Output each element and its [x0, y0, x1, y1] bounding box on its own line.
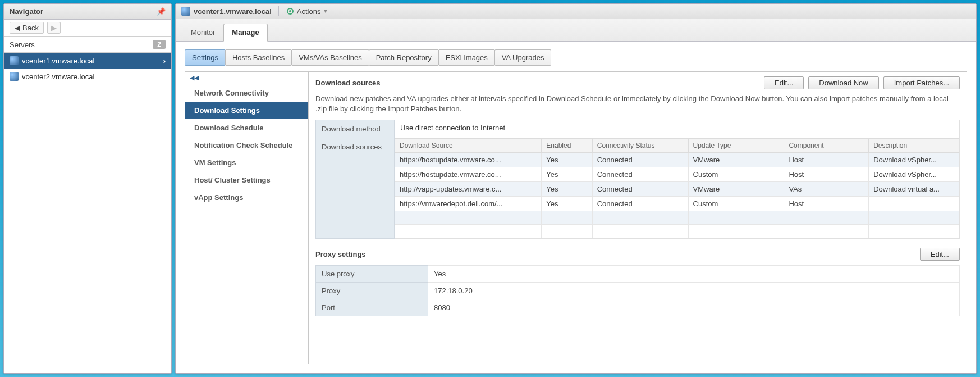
grid-row[interactable]: http://vapp-updates.vmware.c... Yes Conn… — [395, 182, 959, 197]
sidebar-item-network-connectivity[interactable]: Network Connectivity — [185, 84, 308, 102]
actions-menu[interactable]: Actions ▼ — [286, 7, 328, 16]
navigator-item-vcenter1[interactable]: vcenter1.vmware.local › — [4, 53, 171, 69]
cell-component: Host — [784, 197, 869, 211]
cell-source: http://vapp-updates.vmware.c... — [395, 182, 542, 197]
cell-enabled: Yes — [542, 153, 592, 167]
pin-icon[interactable]: 📌 — [157, 7, 166, 16]
main-panel: vcenter1.vmware.local Actions ▼ Monitor … — [175, 3, 977, 374]
proxy-table: Use proxy Yes Proxy 172.18.0.20 Port 808… — [315, 265, 960, 316]
cell-update-type: Custom — [688, 167, 784, 182]
main-header: vcenter1.vmware.local Actions ▼ — [176, 4, 976, 19]
sidebar-collapse-icon[interactable]: ◀◀ — [185, 72, 308, 84]
subtab-vms-vas-baselines[interactable]: VMs/VAs Baselines — [291, 49, 369, 66]
cell-component: Host — [784, 153, 869, 167]
cell-source: https://vmwaredepot.dell.com/... — [395, 197, 542, 211]
col-enabled[interactable]: Enabled — [542, 139, 592, 153]
cell-description — [869, 197, 959, 211]
port-value: 8080 — [428, 299, 960, 316]
grid-row[interactable]: https://hostupdate.vmware.co... Yes Conn… — [395, 153, 959, 167]
cell-description: Download vSpher... — [869, 153, 959, 167]
navigator-item-label: vcenter2.vmware.local — [22, 72, 94, 81]
cell-enabled: Yes — [542, 197, 592, 211]
subtab-settings[interactable]: Settings — [185, 49, 226, 66]
context-title-text: vcenter1.vmware.local — [194, 7, 272, 16]
subtab-va-upgrades[interactable]: VA Upgrades — [494, 49, 552, 66]
cell-connectivity: Connected — [592, 167, 688, 182]
cell-update-type: Custom — [688, 197, 784, 211]
cell-component: Host — [784, 167, 869, 182]
sidebar-item-host-cluster-settings[interactable]: Host/ Cluster Settings — [185, 171, 308, 189]
sidebar-item-vm-settings[interactable]: VM Settings — [185, 154, 308, 171]
navigator-servers-row[interactable]: Servers 2 — [4, 37, 171, 53]
proxy-settings-title: Proxy settings — [315, 250, 366, 258]
edit-download-sources-button[interactable]: Edit... — [764, 76, 804, 89]
sidebar-item-download-schedule[interactable]: Download Schedule — [185, 119, 308, 137]
use-proxy-label: Use proxy — [316, 266, 428, 283]
use-proxy-value: Yes — [428, 266, 960, 283]
forward-button[interactable]: ▶ — [47, 22, 61, 34]
grid-row[interactable]: https://vmwaredepot.dell.com/... Yes Con… — [395, 197, 959, 211]
cell-description: Download vSpher... — [869, 167, 959, 182]
col-description[interactable]: Description — [869, 139, 959, 153]
download-info-table: Download method Use direct connection to… — [315, 120, 960, 239]
cell-connectivity: Connected — [592, 182, 688, 197]
edit-proxy-button[interactable]: Edit... — [920, 248, 960, 261]
subtab-patch-repository[interactable]: Patch Repository — [369, 49, 439, 66]
download-sources-title: Download sources — [315, 79, 381, 87]
cell-update-type: VMware — [688, 182, 784, 197]
navigator-history-row: ◀ Back ▶ — [4, 20, 171, 37]
server-icon — [181, 7, 190, 16]
port-label: Port — [316, 299, 428, 316]
sidebar-item-download-settings[interactable]: Download Settings — [185, 102, 308, 119]
context-title: vcenter1.vmware.local — [181, 7, 272, 16]
col-update-type[interactable]: Update Type — [688, 139, 784, 153]
grid-header-row: Download Source Enabled Connectivity Sta… — [395, 139, 959, 153]
navigator-item-label: vcenter1.vmware.local — [22, 57, 94, 65]
proxy-value: 172.18.0.20 — [428, 283, 960, 299]
cell-enabled: Yes — [542, 167, 592, 182]
download-sources-grid: Download Source Enabled Connectivity Sta… — [395, 138, 959, 238]
server-icon — [10, 56, 19, 65]
navigator-list: vcenter1.vmware.local › vcenter2.vmware.… — [4, 53, 171, 373]
grid-row-empty — [395, 225, 959, 238]
svg-point-1 — [289, 10, 291, 12]
proxy-label: Proxy — [316, 283, 428, 299]
back-button[interactable]: ◀ Back — [10, 22, 44, 34]
chevron-right-icon: › — [163, 57, 166, 65]
col-component[interactable]: Component — [784, 139, 869, 153]
sidebar-item-vapp-settings[interactable]: vApp Settings — [185, 189, 308, 206]
sub-tabs: Settings Hosts Baselines VMs/VAs Baselin… — [176, 42, 976, 71]
navigator-item-vcenter2[interactable]: vcenter2.vmware.local — [4, 69, 171, 84]
sidebar-item-notification-check-schedule[interactable]: Notification Check Schedule — [185, 137, 308, 154]
top-tabs: Monitor Manage — [176, 19, 976, 42]
cell-description: Download virtual a... — [869, 182, 959, 197]
servers-label: Servers — [10, 40, 35, 49]
cell-source: https://hostupdate.vmware.co... — [395, 153, 542, 167]
download-method-label: Download method — [316, 120, 395, 138]
subtab-hosts-baselines[interactable]: Hosts Baselines — [225, 49, 292, 66]
navigator-header: Navigator 📌 — [4, 4, 171, 20]
cell-enabled: Yes — [542, 182, 592, 197]
back-label: Back — [22, 24, 39, 32]
navigator-title: Navigator — [10, 7, 43, 16]
download-method-value: Use direct connection to Internet — [395, 120, 960, 138]
cell-update-type: VMware — [688, 153, 784, 167]
download-now-button[interactable]: Download Now — [808, 76, 878, 89]
chevron-down-icon: ▼ — [323, 8, 328, 14]
subtab-esxi-images[interactable]: ESXi Images — [438, 49, 495, 66]
back-arrow-icon: ◀ — [15, 24, 20, 32]
tab-monitor[interactable]: Monitor — [182, 24, 223, 41]
gear-icon — [286, 7, 295, 16]
import-patches-button[interactable]: Import Patches... — [883, 76, 960, 89]
grid-row-empty — [395, 211, 959, 225]
col-download-source[interactable]: Download Source — [395, 139, 542, 153]
server-icon — [10, 72, 19, 81]
servers-count-badge: 2 — [153, 40, 166, 49]
cell-source: https://hostupdate.vmware.co... — [395, 167, 542, 182]
tab-manage[interactable]: Manage — [223, 24, 267, 42]
download-sources-label: Download sources — [316, 138, 395, 239]
actions-label: Actions — [297, 7, 321, 16]
col-connectivity-status[interactable]: Connectivity Status — [592, 139, 688, 153]
grid-row[interactable]: https://hostupdate.vmware.co... Yes Conn… — [395, 167, 959, 182]
cell-connectivity: Connected — [592, 197, 688, 211]
